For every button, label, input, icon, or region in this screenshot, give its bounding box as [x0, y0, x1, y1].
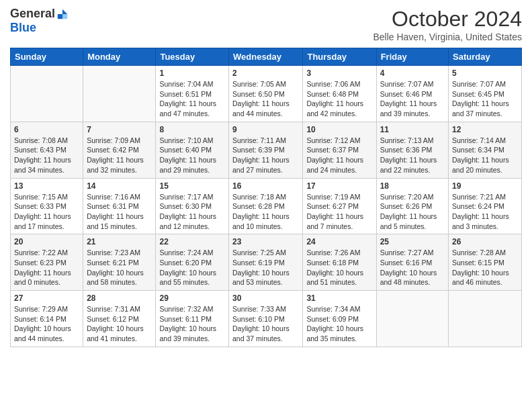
- calendar-header-saturday: Saturday: [449, 48, 522, 66]
- calendar-cell: 16Sunrise: 7:18 AM Sunset: 6:28 PM Dayli…: [229, 178, 303, 234]
- calendar-cell: 8Sunrise: 7:10 AM Sunset: 6:40 PM Daylig…: [156, 122, 229, 178]
- svg-marker-1: [62, 14, 67, 19]
- calendar-cell: 11Sunrise: 7:13 AM Sunset: 6:36 PM Dayli…: [376, 122, 448, 178]
- day-number: 27: [14, 293, 79, 303]
- day-number: 31: [306, 293, 372, 303]
- day-info: Sunrise: 7:04 AM Sunset: 6:51 PM Dayligh…: [159, 79, 225, 119]
- calendar-cell: 4Sunrise: 7:07 AM Sunset: 6:46 PM Daylig…: [376, 66, 448, 122]
- calendar-cell: 24Sunrise: 7:26 AM Sunset: 6:18 PM Dayli…: [303, 234, 376, 291]
- calendar-header-wednesday: Wednesday: [229, 48, 303, 66]
- calendar-cell: 28Sunrise: 7:31 AM Sunset: 6:12 PM Dayli…: [83, 291, 156, 347]
- month-title: October 2024: [373, 7, 522, 32]
- day-info: Sunrise: 7:25 AM Sunset: 6:19 PM Dayligh…: [232, 248, 299, 287]
- page: General Blue October 2024 Belle Haven, V…: [0, 0, 532, 411]
- day-info: Sunrise: 7:22 AM Sunset: 6:23 PM Dayligh…: [14, 248, 79, 287]
- day-number: 11: [380, 125, 445, 134]
- calendar-cell: 21Sunrise: 7:23 AM Sunset: 6:21 PM Dayli…: [83, 234, 156, 291]
- day-info: Sunrise: 7:07 AM Sunset: 6:46 PM Dayligh…: [380, 79, 445, 119]
- day-info: Sunrise: 7:31 AM Sunset: 6:12 PM Dayligh…: [87, 304, 152, 344]
- day-info: Sunrise: 7:20 AM Sunset: 6:26 PM Dayligh…: [380, 192, 445, 232]
- calendar-week-row: 20Sunrise: 7:22 AM Sunset: 6:23 PM Dayli…: [11, 234, 522, 291]
- day-number: 17: [306, 181, 372, 191]
- calendar-cell: 10Sunrise: 7:12 AM Sunset: 6:37 PM Dayli…: [303, 122, 376, 178]
- day-number: 3: [306, 68, 372, 78]
- calendar-week-row: 6Sunrise: 7:08 AM Sunset: 6:43 PM Daylig…: [11, 122, 522, 178]
- day-number: 7: [87, 125, 152, 134]
- calendar-cell: [449, 291, 522, 347]
- day-info: Sunrise: 7:27 AM Sunset: 6:16 PM Dayligh…: [380, 248, 445, 287]
- calendar-cell: 12Sunrise: 7:14 AM Sunset: 6:34 PM Dayli…: [449, 122, 522, 178]
- day-number: 20: [14, 237, 79, 246]
- calendar-cell: 29Sunrise: 7:32 AM Sunset: 6:11 PM Dayli…: [156, 291, 229, 347]
- calendar-cell: 18Sunrise: 7:20 AM Sunset: 6:26 PM Dayli…: [376, 178, 448, 234]
- day-info: Sunrise: 7:14 AM Sunset: 6:34 PM Dayligh…: [452, 136, 518, 175]
- day-number: 24: [306, 237, 372, 246]
- calendar-week-row: 27Sunrise: 7:29 AM Sunset: 6:14 PM Dayli…: [11, 291, 522, 347]
- day-number: 26: [452, 237, 518, 246]
- day-number: 2: [232, 68, 299, 78]
- calendar-header-row: SundayMondayTuesdayWednesdayThursdayFrid…: [11, 48, 522, 66]
- day-info: Sunrise: 7:05 AM Sunset: 6:50 PM Dayligh…: [232, 79, 299, 119]
- day-info: Sunrise: 7:29 AM Sunset: 6:14 PM Dayligh…: [14, 304, 79, 344]
- calendar-header-thursday: Thursday: [303, 48, 376, 66]
- day-info: Sunrise: 7:09 AM Sunset: 6:42 PM Dayligh…: [87, 136, 152, 175]
- calendar-cell: 25Sunrise: 7:27 AM Sunset: 6:16 PM Dayli…: [376, 234, 448, 291]
- day-number: 13: [14, 181, 79, 191]
- day-number: 5: [452, 68, 518, 78]
- calendar-cell: 2Sunrise: 7:05 AM Sunset: 6:50 PM Daylig…: [229, 66, 303, 122]
- calendar-cell: 19Sunrise: 7:21 AM Sunset: 6:24 PM Dayli…: [449, 178, 522, 234]
- svg-marker-0: [62, 9, 67, 13]
- calendar-cell: 31Sunrise: 7:34 AM Sunset: 6:09 PM Dayli…: [303, 291, 376, 347]
- day-info: Sunrise: 7:15 AM Sunset: 6:33 PM Dayligh…: [14, 192, 79, 232]
- calendar-cell: 26Sunrise: 7:28 AM Sunset: 6:15 PM Dayli…: [449, 234, 522, 291]
- calendar-cell: 20Sunrise: 7:22 AM Sunset: 6:23 PM Dayli…: [11, 234, 83, 291]
- calendar-cell: [11, 66, 83, 122]
- day-info: Sunrise: 7:17 AM Sunset: 6:30 PM Dayligh…: [159, 192, 225, 232]
- day-info: Sunrise: 7:08 AM Sunset: 6:43 PM Dayligh…: [14, 136, 79, 175]
- day-number: 22: [159, 237, 225, 246]
- day-info: Sunrise: 7:16 AM Sunset: 6:31 PM Dayligh…: [87, 192, 152, 232]
- day-info: Sunrise: 7:06 AM Sunset: 6:48 PM Dayligh…: [306, 79, 372, 119]
- calendar-cell: 9Sunrise: 7:11 AM Sunset: 6:39 PM Daylig…: [229, 122, 303, 178]
- logo-general-text: General: [10, 7, 55, 21]
- day-info: Sunrise: 7:11 AM Sunset: 6:39 PM Dayligh…: [232, 136, 299, 175]
- day-number: 15: [159, 181, 225, 191]
- day-info: Sunrise: 7:18 AM Sunset: 6:28 PM Dayligh…: [232, 192, 299, 232]
- day-number: 12: [452, 125, 518, 134]
- day-info: Sunrise: 7:26 AM Sunset: 6:18 PM Dayligh…: [306, 248, 372, 287]
- calendar-cell: 5Sunrise: 7:07 AM Sunset: 6:45 PM Daylig…: [449, 66, 522, 122]
- day-number: 9: [232, 125, 299, 134]
- calendar-cell: 6Sunrise: 7:08 AM Sunset: 6:43 PM Daylig…: [11, 122, 83, 178]
- calendar-cell: [376, 291, 448, 347]
- calendar-cell: 1Sunrise: 7:04 AM Sunset: 6:51 PM Daylig…: [156, 66, 229, 122]
- calendar-header-monday: Monday: [83, 48, 156, 66]
- calendar-cell: 7Sunrise: 7:09 AM Sunset: 6:42 PM Daylig…: [83, 122, 156, 178]
- calendar-cell: 22Sunrise: 7:24 AM Sunset: 6:20 PM Dayli…: [156, 234, 229, 291]
- logo: General Blue: [10, 7, 69, 35]
- day-info: Sunrise: 7:32 AM Sunset: 6:11 PM Dayligh…: [159, 304, 225, 344]
- day-number: 8: [159, 125, 225, 134]
- day-info: Sunrise: 7:34 AM Sunset: 6:09 PM Dayligh…: [306, 304, 372, 344]
- day-info: Sunrise: 7:28 AM Sunset: 6:15 PM Dayligh…: [452, 248, 518, 287]
- day-number: 29: [159, 293, 225, 303]
- day-info: Sunrise: 7:24 AM Sunset: 6:20 PM Dayligh…: [159, 248, 225, 287]
- logo-icon: [56, 8, 69, 20]
- title-section: October 2024 Belle Haven, Virginia, Unit…: [373, 7, 522, 42]
- calendar-cell: 13Sunrise: 7:15 AM Sunset: 6:33 PM Dayli…: [11, 178, 83, 234]
- day-number: 30: [232, 293, 299, 303]
- calendar-week-row: 13Sunrise: 7:15 AM Sunset: 6:33 PM Dayli…: [11, 178, 522, 234]
- day-info: Sunrise: 7:23 AM Sunset: 6:21 PM Dayligh…: [87, 248, 152, 287]
- day-number: 18: [380, 181, 445, 191]
- day-info: Sunrise: 7:12 AM Sunset: 6:37 PM Dayligh…: [306, 136, 372, 175]
- day-info: Sunrise: 7:13 AM Sunset: 6:36 PM Dayligh…: [380, 136, 445, 175]
- location: Belle Haven, Virginia, United States: [373, 32, 522, 42]
- calendar-cell: 17Sunrise: 7:19 AM Sunset: 6:27 PM Dayli…: [303, 178, 376, 234]
- day-number: 23: [232, 237, 299, 246]
- calendar-header-friday: Friday: [376, 48, 448, 66]
- day-number: 19: [452, 181, 518, 191]
- day-info: Sunrise: 7:07 AM Sunset: 6:45 PM Dayligh…: [452, 79, 518, 119]
- day-number: 6: [14, 125, 79, 134]
- calendar-cell: 3Sunrise: 7:06 AM Sunset: 6:48 PM Daylig…: [303, 66, 376, 122]
- day-number: 1: [159, 68, 225, 78]
- calendar-cell: 27Sunrise: 7:29 AM Sunset: 6:14 PM Dayli…: [11, 291, 83, 347]
